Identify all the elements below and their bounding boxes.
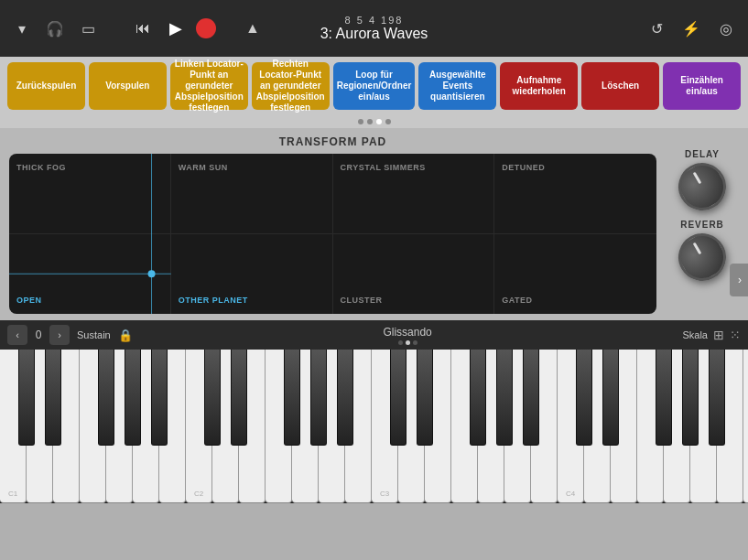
pad-label-gated: GATED: [502, 296, 649, 305]
pad-label-crystal: CRYSTAL SIMMERS: [341, 163, 487, 172]
octave-down-button[interactable]: ‹: [7, 325, 27, 345]
black-key-A#2[interactable]: [337, 350, 353, 446]
black-key-A#1[interactable]: [151, 350, 168, 446]
black-key-D#2[interactable]: [231, 350, 247, 446]
pad-cell-other-planet[interactable]: OTHER PLANET: [171, 234, 333, 315]
piano-note-label-C3: C3: [380, 490, 389, 498]
loop-button[interactable]: Loop für Regionen/Ordner ein/aus: [333, 62, 416, 110]
headphones-icon[interactable]: 🎧: [42, 16, 68, 41]
black-key-C#4[interactable]: [576, 350, 592, 446]
glissando-label: Glissando: [140, 326, 676, 339]
black-key-F#3[interactable]: [470, 350, 486, 446]
piano-note-label-C2: C2: [194, 490, 203, 498]
pad-label-warm-sun: WARM SUN: [179, 163, 325, 172]
main-area: TRANSFORM PAD THICK FOG WARM SUN CRYSTAL…: [0, 128, 748, 320]
keyboard-right-group: Skala ⊞ ⁙: [682, 328, 741, 342]
pad-label-open: OPEN: [16, 296, 163, 305]
delete-button[interactable]: Löschen: [581, 62, 659, 110]
rewind-button[interactable]: Zurückspulen: [7, 62, 85, 110]
reverb-label: REVERB: [680, 220, 724, 230]
delay-label: DELAY: [685, 149, 720, 159]
dot-3[interactable]: [376, 119, 382, 124]
pad-label-detuned: DETUNED: [502, 163, 649, 172]
count-in-button[interactable]: Einzählen ein/aus: [663, 62, 741, 110]
skip-back-button[interactable]: ⏮: [130, 16, 156, 41]
piano-note-label-C1: C1: [8, 490, 17, 498]
octave-4: C4: [558, 350, 743, 503]
pad-cell-warm-sun[interactable]: WARM SUN: [171, 154, 333, 234]
piano-keyboard[interactable]: C1C2C3C4C5: [0, 350, 748, 503]
pad-cell-thick-fog[interactable]: THICK FOG: [9, 154, 171, 234]
delay-knob[interactable]: [669, 154, 734, 219]
dot-4[interactable]: [385, 119, 391, 124]
quantize-button[interactable]: Ausgewählte Events quantisieren: [418, 62, 496, 110]
black-key-G#3[interactable]: [496, 350, 513, 446]
g-dot-1[interactable]: [398, 340, 403, 345]
repeat-record-button[interactable]: Aufnahme wiederholen: [500, 62, 578, 110]
pad-cell-open[interactable]: OPEN: [9, 234, 171, 315]
dot-2[interactable]: [367, 119, 373, 124]
octave-2: C2: [186, 350, 372, 503]
keyboard-controls: ‹ 0 › Sustain 🔒 Glissando Skala ⊞ ⁙: [0, 320, 748, 350]
sustain-label: Sustain: [77, 329, 111, 340]
black-key-D#3[interactable]: [417, 350, 433, 446]
song-title: 3: Aurora Waves: [320, 26, 428, 42]
left-locator-button[interactable]: Linken Locator-Punkt an gerundeter Abspi…: [170, 62, 248, 110]
delay-knob-group: DELAY: [678, 149, 726, 210]
top-bar-left: ▾ 🎧 ▭ ⏮ ▶ ▲: [9, 16, 266, 41]
play-button[interactable]: ▶: [163, 16, 189, 41]
chevron-down-icon[interactable]: ▾: [9, 16, 35, 41]
black-key-A#3[interactable]: [523, 350, 539, 446]
page-dots: [0, 119, 748, 124]
black-key-F#4[interactable]: [656, 350, 672, 446]
screen-icon[interactable]: ▭: [75, 16, 101, 41]
glissando-dots: [140, 340, 676, 345]
glissando-center: Glissando: [140, 326, 676, 345]
settings-dots-icon[interactable]: ⁙: [730, 328, 741, 342]
settings-icon[interactable]: ◎: [713, 16, 739, 41]
keyboard-grid-icon[interactable]: ⊞: [713, 328, 724, 342]
reverb-knob[interactable]: [669, 224, 734, 289]
black-key-G#2[interactable]: [310, 350, 327, 446]
piano-note-label-C4: C4: [566, 490, 575, 498]
top-bar: ▾ 🎧 ▭ ⏮ ▶ ▲ 8 5 4 198 3: Aurora Waves ↺ …: [0, 0, 748, 57]
black-key-A#4[interactable]: [709, 350, 725, 446]
metronome-icon[interactable]: ⚡: [678, 16, 704, 41]
knobs-section: DELAY REVERB ›: [666, 135, 739, 313]
black-key-G#1[interactable]: [125, 350, 141, 446]
pad-cell-gated[interactable]: GATED: [494, 234, 656, 315]
black-key-F#2[interactable]: [284, 350, 300, 446]
skala-label: Skala: [682, 329, 708, 340]
pad-cell-cluster[interactable]: CLUSTER: [333, 234, 495, 315]
right-locator-button[interactable]: Rechten Locator-Punkt an gerundeter Absp…: [252, 62, 330, 110]
transform-pad[interactable]: THICK FOG WARM SUN CRYSTAL SIMMERS DETUN…: [9, 154, 656, 314]
refresh-icon[interactable]: ↺: [644, 16, 669, 41]
pad-cell-crystal[interactable]: CRYSTAL SIMMERS: [333, 154, 495, 234]
black-key-C#2[interactable]: [204, 350, 221, 446]
g-dot-3[interactable]: [413, 340, 417, 345]
black-key-D#1[interactable]: [45, 350, 61, 446]
transform-pad-title: TRANSFORM PAD: [9, 135, 656, 148]
octave-number: 0: [31, 328, 46, 341]
octave-up-button[interactable]: ›: [49, 325, 70, 345]
black-key-F#1[interactable]: [98, 350, 114, 446]
black-key-D#4[interactable]: [602, 350, 619, 446]
octave-5: C5: [743, 350, 748, 503]
dot-1[interactable]: [358, 119, 363, 124]
pad-cell-detuned[interactable]: DETUNED: [494, 154, 656, 234]
black-key-C#3[interactable]: [390, 350, 407, 446]
black-key-C#1[interactable]: [18, 350, 35, 446]
next-panel-arrow[interactable]: ›: [730, 264, 748, 296]
pad-label-cluster: CLUSTER: [341, 296, 487, 305]
button-row: Zurückspulen Vorspulen Linken Locator-Pu…: [0, 57, 748, 115]
black-key-G#4[interactable]: [682, 350, 699, 446]
up-arrow-icon[interactable]: ▲: [240, 16, 266, 41]
forward-button[interactable]: Vorspulen: [89, 62, 167, 110]
g-dot-2[interactable]: [406, 340, 410, 345]
record-button[interactable]: [196, 18, 216, 38]
octave-control-group: ‹ 0 ›: [7, 325, 70, 345]
top-bar-center: 8 5 4 198 3: Aurora Waves: [320, 15, 428, 42]
white-key-C5[interactable]: C5: [743, 350, 748, 503]
pad-label-other-planet: OTHER PLANET: [179, 296, 325, 305]
reverb-knob-group: REVERB: [678, 220, 726, 281]
